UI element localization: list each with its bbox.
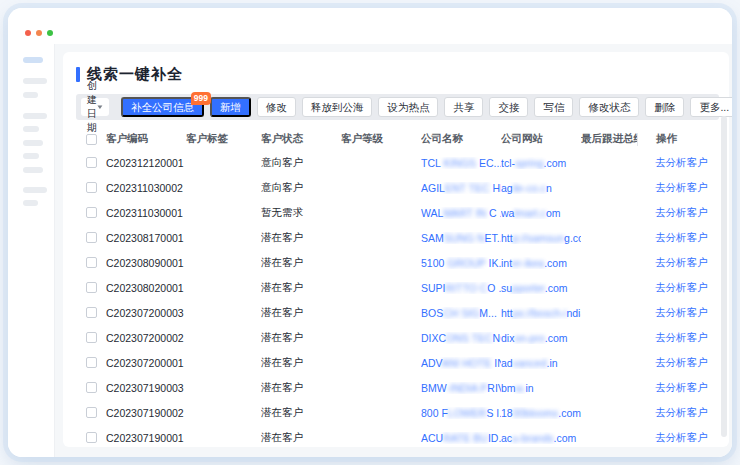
analyze-customer-link[interactable]: 去分析客户 xyxy=(655,256,719,270)
company-website-link[interactable]: supporter.com xyxy=(501,282,581,294)
toolbar-button[interactable]: 共享 xyxy=(444,97,483,117)
vertical-scrollbar[interactable] xyxy=(721,116,727,437)
redacted-text: vanced xyxy=(513,357,547,369)
customer-status: 暂无需求 xyxy=(261,206,341,220)
row-checkbox[interactable] xyxy=(86,282,97,293)
company-website-link[interactable]: http://samsung.com xyxy=(501,232,581,244)
row-checkbox[interactable] xyxy=(86,207,97,218)
customer-code: C202308170001 xyxy=(106,232,186,244)
sidebar-item-active[interactable] xyxy=(23,57,43,63)
company-website-link[interactable]: https://bosch-india.... xyxy=(501,307,581,319)
company-name-link[interactable]: SUPIRITTO CO ... xyxy=(421,282,501,294)
company-name-link[interactable]: WALMART IN C . xyxy=(421,207,501,219)
row-checkbox[interactable] xyxy=(86,382,97,393)
company-name-link[interactable]: SAMSUNG NET... xyxy=(421,232,501,244)
company-website-link[interactable]: agile-co.cn xyxy=(501,182,581,194)
row-checkbox[interactable] xyxy=(86,432,97,443)
company-name-link[interactable]: BOSCH SIGM... xyxy=(421,307,501,319)
content-card: 线索一键补全 创建日期 ▼ 补全公司信息 999 新增 修改释放到公海设为热点共… xyxy=(63,52,729,447)
redacted-text: ONS TEC xyxy=(446,332,492,344)
complete-company-info-label: 补全公司信息 xyxy=(131,102,194,113)
redacted-text: lmart.c xyxy=(514,207,546,219)
table-body: C202312120001意向客户TCL KINGS EC...tcl-spri… xyxy=(76,150,719,450)
toolbar-button[interactable]: 删除 xyxy=(645,97,684,117)
toolbar-button[interactable]: 修改 xyxy=(257,97,296,117)
row-checkbox[interactable] xyxy=(86,332,97,343)
sidebar-item[interactable] xyxy=(23,113,47,119)
page-title: 线索一键补全 xyxy=(76,65,719,84)
company-name-link[interactable]: ACURATE BUID... xyxy=(421,432,501,444)
table-row: C202312120001意向客户TCL KINGS EC...tcl-spri… xyxy=(76,150,719,175)
analyze-customer-link[interactable]: 去分析客户 xyxy=(655,381,719,395)
toolbar-button[interactable]: 释放到公海 xyxy=(302,97,373,117)
maximize-window-icon[interactable] xyxy=(47,30,53,36)
analyze-customer-link[interactable]: 去分析客户 xyxy=(655,306,719,320)
company-name-link[interactable]: BMW-INDIA PRIV... xyxy=(421,382,501,394)
customer-code: C202307190003 xyxy=(106,382,186,394)
company-website-link[interactable]: tcl-spring.com xyxy=(501,157,581,169)
company-website-link[interactable]: 1800blooms.com xyxy=(501,407,581,419)
redacted-text: SUNG N xyxy=(444,232,485,244)
create-date-filter-select[interactable]: 创建日期 ▼ xyxy=(81,98,109,116)
analyze-customer-link[interactable]: 去分析客户 xyxy=(655,281,719,295)
toolbar-white-buttons: 修改释放到公海设为热点共享交接写信修改状态删除 xyxy=(257,97,685,117)
company-name-link[interactable]: 5100 GROUP IK... xyxy=(421,257,501,269)
redacted-text: w. xyxy=(516,382,526,394)
count-badge: 999 xyxy=(191,92,211,105)
row-checkbox[interactable] xyxy=(86,157,97,168)
company-website-link[interactable]: bmw.in xyxy=(501,382,581,394)
analyze-customer-link[interactable]: 去分析客户 xyxy=(655,406,719,420)
row-checkbox[interactable] xyxy=(86,232,97,243)
complete-company-info-button[interactable]: 补全公司信息 999 xyxy=(121,97,204,117)
title-accent-bar xyxy=(76,67,80,82)
row-checkbox[interactable] xyxy=(86,182,97,193)
sidebar-item[interactable] xyxy=(23,153,39,159)
sidebar-item[interactable] xyxy=(23,140,43,146)
analyze-customer-link[interactable]: 去分析客户 xyxy=(655,231,719,245)
sidebar-item[interactable] xyxy=(23,126,39,132)
sidebar-item[interactable] xyxy=(23,167,43,173)
customer-status: 潜在客户 xyxy=(261,256,341,270)
toolbar-button[interactable]: 写信 xyxy=(534,97,573,117)
more-button[interactable]: 更多... ▼ xyxy=(690,97,732,117)
row-checkbox[interactable] xyxy=(86,357,97,368)
company-name-link[interactable]: ADVANI HOTE IN... xyxy=(421,357,501,369)
analyze-customer-link[interactable]: 去分析客户 xyxy=(655,156,719,170)
table-row: C202308020001潜在客户SUPIRITTO CO ...support… xyxy=(76,275,719,300)
company-name-link[interactable]: DIXCONS TECNO... xyxy=(421,332,501,344)
row-checkbox[interactable] xyxy=(86,307,97,318)
sidebar-item[interactable] xyxy=(23,78,47,84)
analyze-customer-link[interactable]: 去分析客户 xyxy=(655,206,719,220)
company-name-link[interactable]: AGILENT TEC HN... xyxy=(421,182,501,194)
analyze-customer-link[interactable]: 去分析客户 xyxy=(655,431,719,445)
redacted-text: spring xyxy=(515,157,544,169)
toolbar-button[interactable]: 设为热点 xyxy=(378,97,438,117)
toolbar-button[interactable]: 交接 xyxy=(489,97,528,117)
company-website-link[interactable]: acu-brands.com xyxy=(501,432,581,444)
company-website-link[interactable]: dixon-pro.com xyxy=(501,332,581,344)
sidebar-item[interactable] xyxy=(23,92,38,98)
analyze-customer-link[interactable]: 去分析客户 xyxy=(655,331,719,345)
company-name-link[interactable]: 800 FLOWERS I... xyxy=(421,407,501,419)
close-window-icon[interactable] xyxy=(25,30,31,36)
table-row: C202307200001潜在客户ADVANI HOTE IN...advanc… xyxy=(76,350,719,375)
customer-code: C202307200001 xyxy=(106,357,186,369)
redacted-text: RATE BU xyxy=(443,432,488,444)
analyze-customer-link[interactable]: 去分析客户 xyxy=(655,356,719,370)
analyze-customer-link[interactable]: 去分析客户 xyxy=(655,181,719,195)
column-header: 客户等级 xyxy=(341,132,421,146)
company-website-link[interactable]: walmart.com xyxy=(501,207,581,219)
minimize-window-icon[interactable] xyxy=(36,30,42,36)
row-checkbox[interactable] xyxy=(86,407,97,418)
redacted-text: u-brands xyxy=(512,432,553,444)
sidebar-item[interactable] xyxy=(23,187,47,193)
toolbar-button[interactable]: 修改状态 xyxy=(579,97,639,117)
table-row: C202311030002意向客户AGILENT TEC HN...agile-… xyxy=(76,175,719,200)
add-button[interactable]: 新增 xyxy=(210,97,251,117)
select-all-checkbox[interactable] xyxy=(86,134,97,145)
sidebar-item[interactable] xyxy=(23,200,38,206)
company-website-link[interactable]: advanced.in xyxy=(501,357,581,369)
row-checkbox[interactable] xyxy=(86,257,97,268)
company-website-link[interactable]: inter-ikea.com xyxy=(501,257,581,269)
company-name-link[interactable]: TCL KINGS EC... xyxy=(421,157,501,169)
